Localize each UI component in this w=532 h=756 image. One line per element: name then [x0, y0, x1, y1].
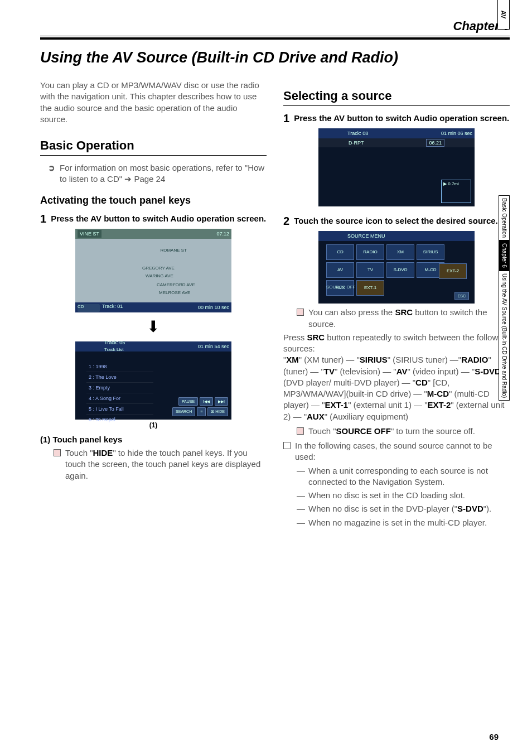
h2-basic-operation: Basic Operation: [40, 137, 267, 154]
right-step-2: 2 Touch the source icon to select the de…: [283, 215, 510, 227]
src-button-bullet: You can also press the SRC button to swi…: [297, 307, 510, 330]
cannot-item: —When no magazine is set in the multi-CD…: [297, 517, 510, 528]
chapter-label: Chapter 6: [40, 18, 510, 35]
src-xm[interactable]: XM: [386, 244, 414, 260]
src-av[interactable]: AV: [326, 262, 354, 278]
list-button[interactable]: ≡: [197, 407, 206, 416]
src-tv[interactable]: TV: [356, 262, 384, 278]
vine-st: VINE ST: [78, 230, 101, 238]
step-text: Touch the source icon to select the desi…: [294, 215, 498, 227]
list-item: 2 : The Love: [86, 372, 153, 383]
figure-map-mock: VINE ST 07:12 ROMANE ST GREGORY AVE WARI…: [75, 229, 231, 312]
step-num: 1: [40, 213, 46, 224]
side-tab-chapter: Chapter 6: [499, 240, 510, 271]
page-number: 69: [489, 731, 499, 743]
hollow-square-icon: [283, 442, 291, 449]
cannot-use-bullet: In the following cases, the sound source…: [283, 440, 510, 463]
h2-underline: [40, 155, 267, 156]
side-tabs: Basic Operation Chapter 6 Using the AV S…: [499, 195, 510, 401]
touch-panel-bullet: Touch "HIDE" to hide the touch panel key…: [54, 447, 267, 481]
hide-button[interactable]: ⊠ HIDE: [207, 407, 228, 416]
top-tab-label: AV: [500, 11, 508, 18]
bullet-text: For information on most basic operations…: [60, 162, 267, 185]
src-repeat-para: Press SRC button repeatedly to switch be…: [283, 332, 510, 355]
right-column: Selecting a source 1 Press the AV button…: [283, 80, 510, 531]
intro-text: You can play a CD or MP3/WMA/WAV disc or…: [40, 80, 267, 125]
list-item: 6 : To Repel: [86, 415, 153, 425]
src-sirius[interactable]: SIRIUS: [417, 244, 444, 260]
rule-heavy: [40, 37, 510, 40]
figure-tracklist: CD Track: 05Track List 01 min 54 sec 1 :…: [75, 341, 231, 430]
square-icon: [54, 449, 61, 456]
figure-tracklist-mock: CD Track: 05Track List 01 min 54 sec 1 :…: [75, 341, 231, 420]
left-column: You can play a CD or MP3/WMA/WAV disc or…: [40, 80, 267, 531]
search-button[interactable]: SEARCH: [172, 407, 195, 416]
page: AV Chapter 6 Using the AV Source (Built-…: [0, 0, 532, 756]
pause-button[interactable]: PAUSE: [178, 397, 198, 406]
right-step-1: 1 Press the AV button to switch Audio op…: [283, 113, 510, 124]
basic-op-bullet: ➲ For information on most basic operatio…: [48, 162, 267, 185]
source-off-bullet: Touch "SOURCE OFF" to turn the source of…: [297, 426, 510, 437]
src-radio[interactable]: RADIO: [356, 244, 384, 260]
src-sdvd[interactable]: S-DVD: [386, 262, 414, 278]
cannot-item: —When a unit corresponding to each sourc…: [297, 465, 510, 488]
step-text: Press the AV button to switch Audio oper…: [51, 213, 266, 224]
touch-panel-text: Touch "HIDE" to hide the touch panel key…: [65, 447, 267, 481]
source-off-label[interactable]: SOURCE OFF: [326, 285, 355, 291]
list-item: 5 : I Live To Fall: [86, 404, 153, 415]
src-ext2[interactable]: EXT-2: [439, 263, 467, 279]
rule-thin: [40, 36, 510, 36]
left-step-1: 1 Press the AV button to switch Audio op…: [40, 213, 267, 224]
figure-cd-playback-mock: CD Track: 0801 min 06 sec D-RPT06:21 ▶ 0…: [318, 128, 475, 206]
down-arrow-icon: ➡: [143, 319, 164, 334]
next-button[interactable]: ▶▶I: [215, 397, 228, 406]
esc-button[interactable]: ESC: [454, 292, 469, 300]
step-num: 2: [283, 215, 289, 227]
panel-buttons: PAUSE I◀◀ ▶▶I SEARCH ≡ ⊠ HIDE: [156, 397, 228, 416]
side-tab-title: Using the AV Source (Built-in CD Drive a…: [499, 271, 510, 401]
touch-panel-keys-head: (1) Touch panel keys: [40, 434, 267, 445]
top-tab: AV: [497, 0, 510, 30]
src-cd[interactable]: CD: [326, 244, 354, 260]
track-list: 1 : 1998 2 : The Love 3 : Empty 4 : A So…: [86, 362, 153, 426]
square-icon: [297, 427, 304, 435]
bullet-icon: ➲: [48, 162, 55, 185]
step-text: Press the AV button to switch Audio oper…: [294, 113, 509, 124]
cannot-item: —When no disc is set in the DVD-player (…: [297, 503, 510, 514]
mini-map: ▶ 0.7mi: [441, 180, 471, 203]
figure-map: VINE ST 07:12 ROMANE ST GREGORY AVE WARI…: [75, 229, 231, 312]
prev-button[interactable]: I◀◀: [200, 397, 213, 406]
page-title: Using the AV Source (Built-in CD Drive a…: [40, 47, 510, 68]
figure-cd-playback: CD Track: 0801 min 06 sec D-RPT06:21 ▶ 0…: [318, 128, 475, 206]
step-num: 1: [283, 113, 289, 124]
side-tab-basic-op: Basic Operation: [499, 195, 510, 240]
src-ext1[interactable]: EXT-1: [356, 280, 384, 296]
h2-selecting-source: Selecting a source: [283, 88, 510, 104]
figure-source-menu: CD SOURCE MENU CD RADIO XM SIRIUS AV TV …: [318, 231, 475, 304]
list-item: 4 : A Song For: [86, 393, 153, 404]
list-item: 1 : 1998: [86, 362, 153, 372]
h3-activating: Activating the touch panel keys: [40, 194, 267, 207]
columns: You can play a CD or MP3/WMA/WAV disc or…: [40, 80, 510, 531]
list-item: 3 : Empty: [86, 383, 153, 393]
figure-source-menu-mock: CD SOURCE MENU CD RADIO XM SIRIUS AV TV …: [318, 231, 475, 304]
source-chain: "XM" (XM tuner) — "SIRIUS" (SIRIUS tuner…: [283, 354, 510, 422]
square-icon: [297, 309, 304, 316]
cannot-item: —When no disc is set in the CD loading s…: [297, 490, 510, 501]
h2-underline: [283, 105, 510, 106]
